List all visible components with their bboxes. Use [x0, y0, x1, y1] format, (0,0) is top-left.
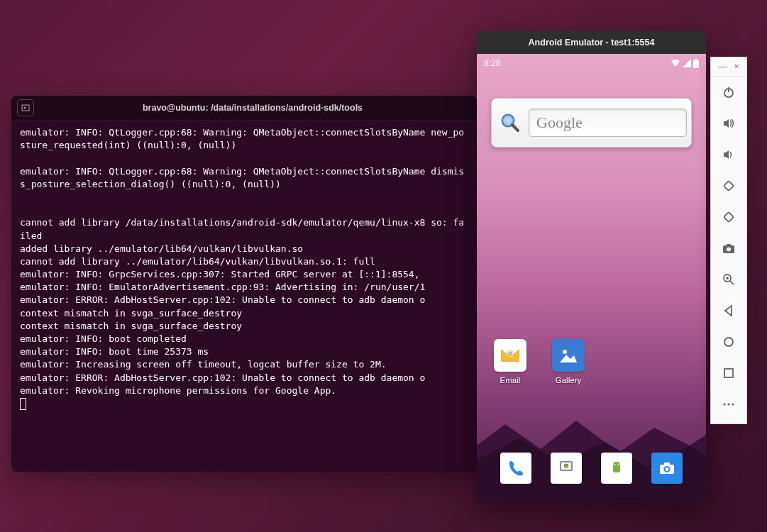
clock: 8:28 [484, 58, 500, 68]
svg-rect-25 [724, 181, 734, 191]
svg-line-7 [512, 125, 518, 131]
svg-point-15 [614, 464, 615, 465]
terminal-title: bravo@ubuntu: /data/installations/androi… [34, 103, 471, 113]
email-icon: @ [494, 339, 526, 372]
app-email[interactable]: @ Email [491, 339, 529, 384]
rotate-left-button[interactable] [711, 170, 746, 201]
app-android[interactable] [597, 453, 636, 484]
app-label: Gallery [556, 376, 581, 384]
signal-icon [683, 59, 691, 67]
svg-point-22 [665, 467, 668, 471]
emulator-titlebar[interactable]: Android Emulator - test1:5554 [477, 31, 706, 54]
svg-text:@: @ [507, 351, 512, 356]
wifi-icon [671, 59, 680, 67]
terminal-titlebar[interactable]: bravo@ubuntu: /data/installations/androi… [11, 96, 477, 121]
svg-rect-26 [724, 212, 734, 222]
terminal-output[interactable]: emulator: INFO: QtLogger.cpp:68: Warning… [11, 121, 477, 416]
svg-rect-28 [727, 244, 731, 246]
svg-point-29 [727, 248, 731, 252]
gallery-icon [552, 339, 585, 372]
new-tab-button[interactable] [17, 99, 34, 116]
close-button[interactable]: × [734, 62, 739, 72]
battery-icon [693, 59, 699, 68]
search-icon [496, 109, 524, 137]
volume-up-button[interactable] [711, 108, 746, 139]
emulator-window: Android Emulator - test1:5554 8:28 [477, 31, 706, 502]
terminal-window: bravo@ubuntu: /data/installations/androi… [11, 96, 477, 472]
emulator-title: Android Emulator - test1:5554 [529, 38, 655, 48]
svg-rect-35 [724, 369, 733, 377]
svg-point-36 [723, 403, 725, 405]
messages-icon [551, 453, 582, 484]
home-app-row: @ Email Gallery [491, 339, 587, 384]
svg-line-17 [614, 462, 615, 463]
app-phone[interactable] [497, 453, 535, 484]
power-button[interactable] [711, 77, 746, 108]
search-placeholder: Google [536, 113, 583, 132]
svg-rect-20 [664, 462, 670, 465]
phone-icon [500, 453, 531, 484]
volume-down-button[interactable] [711, 139, 746, 170]
favorites-row [491, 453, 692, 484]
emulator-screen[interactable]: 8:28 Google @ [477, 54, 706, 502]
android-icon [601, 453, 632, 484]
screenshot-button[interactable] [711, 233, 746, 264]
minimize-button[interactable]: — [718, 62, 727, 72]
app-gallery[interactable]: Gallery [549, 339, 587, 384]
app-messages[interactable] [547, 453, 585, 484]
more-button[interactable] [711, 389, 746, 420]
home-button[interactable] [711, 326, 746, 358]
status-bar: 8:28 [477, 54, 706, 72]
svg-rect-4 [695, 59, 697, 60]
desktop: bravo@ubuntu: /data/installations/androi… [0, 0, 767, 532]
svg-line-31 [730, 281, 734, 284]
app-label: Email [500, 376, 521, 384]
app-camera[interactable] [648, 453, 686, 484]
svg-point-16 [617, 464, 619, 465]
svg-point-34 [724, 338, 733, 346]
google-search-widget[interactable]: Google [491, 98, 692, 148]
rotate-right-button[interactable] [711, 201, 746, 233]
zoom-button[interactable] [711, 264, 746, 295]
overview-button[interactable] [711, 358, 746, 389]
svg-line-18 [618, 462, 619, 463]
svg-point-38 [732, 403, 734, 405]
cursor-icon [20, 398, 26, 410]
emulator-toolbar: — × [710, 57, 747, 424]
svg-point-37 [727, 403, 729, 405]
camera-icon [651, 453, 683, 484]
svg-point-11 [563, 350, 567, 354]
svg-rect-3 [693, 60, 699, 68]
search-input[interactable]: Google [529, 109, 687, 137]
back-button[interactable] [711, 295, 746, 326]
